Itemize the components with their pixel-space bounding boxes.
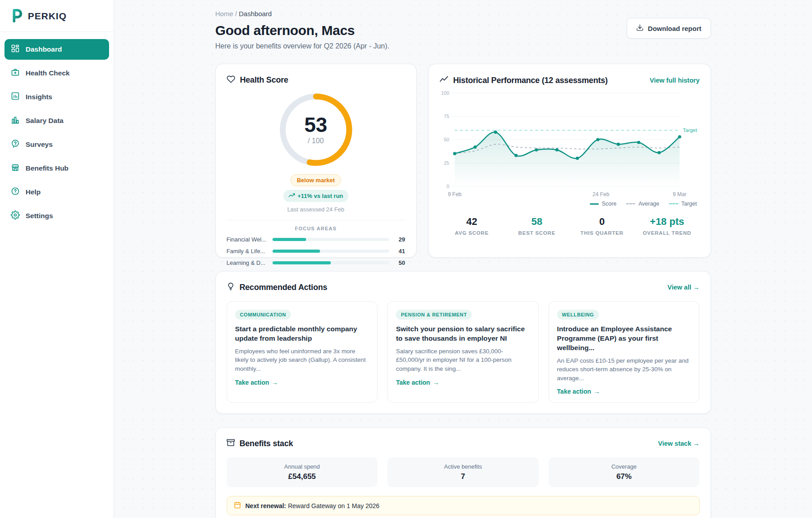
download-report-label: Download report [648, 25, 701, 32]
chart-box-icon [11, 92, 20, 102]
renewal-text: Reward Gateway on 1 May 2026 [288, 502, 379, 509]
legend-target: Target [669, 201, 697, 207]
sidebar-item-surveys[interactable]: Surveys [4, 134, 109, 155]
page-header: Home / Dashboard Good afternoon, Macs He… [215, 10, 711, 50]
focus-area-label: Learning & D... [227, 259, 268, 266]
arrow-right-icon: → [693, 284, 700, 291]
breadcrumb-home[interactable]: Home [215, 10, 233, 18]
coverage-tile: Coverage 67% [549, 457, 700, 487]
svg-text:0: 0 [446, 184, 449, 189]
arrow-right-icon: → [693, 440, 700, 447]
historical-performance-card: Historical Performance (12 assessments) … [428, 64, 711, 258]
sidebar-item-benefits-hub[interactable]: Benefits Hub [4, 158, 109, 179]
action-card-communication[interactable]: COMMUNICATION Start a predictable monthl… [227, 301, 378, 403]
action-title: Introduce an Employee Assistance Program… [557, 325, 691, 353]
sidebar: PERKIQ Dashboard Health Check [0, 0, 114, 518]
take-action-link[interactable]: Take action→ [396, 379, 530, 386]
sidebar-item-dashboard[interactable]: Dashboard [4, 39, 109, 60]
view-all-link[interactable]: View all → [667, 284, 699, 291]
sidebar-item-help[interactable]: Help [4, 182, 109, 202]
lightbulb-icon [227, 282, 235, 292]
status-badge: Below market [290, 174, 341, 186]
performance-chart: 0255075100 Target 9 Feb24 Feb9 Mar [439, 88, 700, 201]
chart-legend: Score Average Target [439, 201, 700, 207]
action-body: Salary sacrifice pension saves £30,000-£… [396, 347, 530, 373]
first-aid-icon [11, 68, 20, 79]
action-body: Employees who feel uninformed are 3x mor… [235, 347, 369, 373]
sidebar-item-label: Insights [26, 93, 52, 101]
annual-spend-tile: Annual spend £54,655 [227, 457, 378, 487]
focus-area-row: Financial Wel... 29 [227, 236, 405, 243]
stat-avg-score: 42 AVG SCORE [439, 216, 505, 236]
stat-this-quarter: 0 THIS QUARTER [570, 216, 635, 236]
svg-text:50: 50 [443, 137, 449, 142]
brand-name: PERKIQ [28, 11, 67, 22]
trend-badge-label: +11% vs last run [298, 193, 343, 199]
stat-overall-trend: +18 pts OVERALL TREND [635, 216, 700, 236]
action-card-wellbeing[interactable]: WELLBEING Introduce an Employee Assistan… [549, 301, 700, 403]
recommended-actions-card: Recommended Actions View all → COMMUNICA… [215, 271, 711, 414]
breadcrumb: Home / Dashboard [215, 10, 390, 18]
sidebar-item-health-check[interactable]: Health Check [4, 63, 109, 83]
health-score-denominator: / 100 [308, 137, 324, 145]
sidebar-item-label: Settings [26, 212, 53, 220]
focus-area-row: Family & Life... 41 [227, 248, 405, 255]
health-score-value: 53 [304, 114, 327, 135]
svg-text:9 Mar: 9 Mar [672, 191, 686, 198]
svg-text:24 Feb: 24 Feb [593, 191, 610, 198]
focus-area-label: Financial Wel... [227, 236, 268, 243]
main-content: Home / Dashboard Good afternoon, Macs He… [114, 0, 812, 518]
health-score-title: Health Score [240, 75, 289, 85]
page-subtitle: Here is your benefits overview for Q2 20… [215, 42, 390, 50]
sidebar-item-label: Help [26, 188, 41, 196]
breadcrumb-current: Dashboard [239, 10, 272, 18]
arrow-right-icon: → [433, 379, 439, 386]
storefront-icon [11, 163, 20, 174]
take-action-link[interactable]: Take action→ [557, 388, 691, 395]
focus-area-value: 29 [394, 236, 405, 243]
action-title: Start a predictable monthly company upda… [235, 325, 369, 343]
svg-text:100: 100 [441, 90, 449, 96]
health-score-card: Health Score 53 / 100 Below market [215, 64, 417, 258]
renewal-banner: Next renewal: Reward Gateway on 1 May 20… [227, 496, 700, 515]
svg-text:9 Feb: 9 Feb [448, 191, 461, 198]
question-bubble-icon [11, 139, 20, 150]
focus-area-bar [272, 250, 389, 253]
focus-areas: FOCUS AREAS Financial Wel... 29 Family &… [227, 220, 405, 266]
focus-area-bar [272, 238, 389, 241]
sidebar-item-settings[interactable]: Settings [4, 206, 109, 226]
view-stack-link[interactable]: View stack → [658, 440, 699, 447]
arrow-right-icon: → [272, 379, 278, 386]
dashboard-grid-icon [11, 44, 20, 55]
benefits-stack-title: Benefits stack [240, 439, 293, 448]
sidebar-item-salary-data[interactable]: Salary Data [4, 110, 109, 131]
focus-area-label: Family & Life... [227, 248, 268, 255]
take-action-link[interactable]: Take action→ [235, 379, 369, 386]
perkiq-logo-icon [10, 8, 23, 25]
help-circle-icon [11, 187, 20, 198]
download-icon [636, 24, 644, 33]
category-badge: COMMUNICATION [235, 310, 291, 320]
action-title: Switch your pension to salary sacrifice … [396, 325, 530, 343]
trend-line-icon [439, 75, 448, 86]
legend-score: Score [590, 201, 617, 207]
stat-best-score: 58 BEST SCORE [505, 216, 570, 236]
heart-icon [227, 75, 235, 85]
renewal-label: Next renewal: [246, 502, 286, 509]
recommended-actions-title: Recommended Actions [240, 283, 328, 292]
sidebar-item-label: Salary Data [26, 117, 63, 125]
sidebar-item-insights[interactable]: Insights [4, 87, 109, 107]
svg-text:25: 25 [443, 160, 449, 166]
svg-text:75: 75 [443, 114, 449, 119]
page-title: Good afternoon, Macs [215, 23, 390, 38]
view-full-history-link[interactable]: View full history [650, 77, 700, 84]
historical-performance-title: Historical Performance (12 assessments) [453, 76, 608, 85]
arrow-right-icon: → [594, 388, 600, 395]
action-card-pension[interactable]: PENSION & RETIREMENT Switch your pension… [387, 301, 539, 403]
focus-area-bar [272, 261, 389, 264]
focus-area-value: 41 [394, 248, 405, 255]
svg-text:Target: Target [683, 127, 698, 133]
category-badge: PENSION & RETIREMENT [396, 310, 472, 320]
gear-icon [11, 211, 20, 221]
download-report-button[interactable]: Download report [627, 18, 711, 39]
